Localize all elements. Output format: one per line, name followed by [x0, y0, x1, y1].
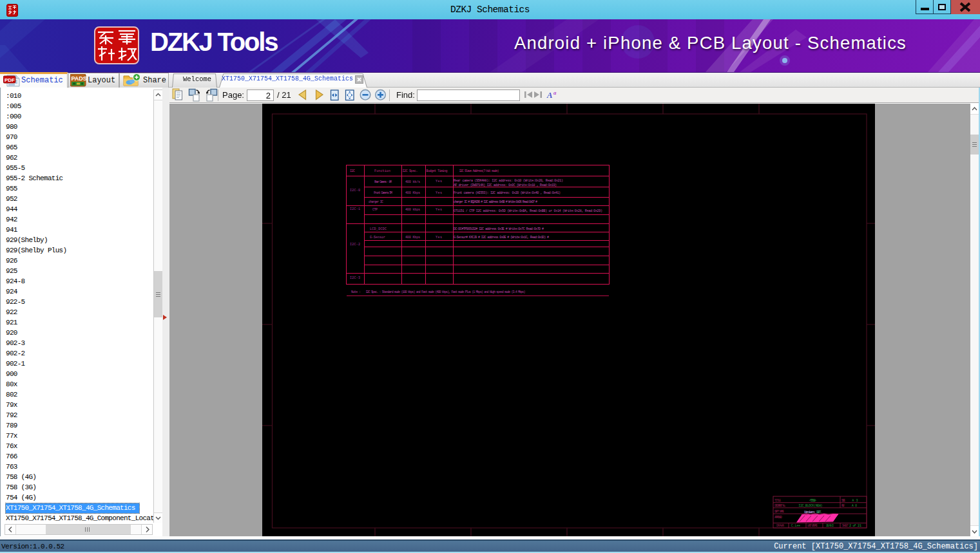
svg-text:DRAWN: DRAWN: [776, 524, 784, 527]
svg-text:SHEET: SHEET: [842, 524, 849, 527]
svg-text:<TITLE>: <TITLE>: [809, 499, 816, 502]
svg-text:I2C_BLOCK(NEW): I2C_BLOCK(NEW): [799, 504, 823, 507]
svg-text:PDF: PDF: [5, 77, 15, 83]
svg-text:G-Sensor: G-Sensor: [370, 236, 385, 239]
svg-text:Yes: Yes: [436, 191, 442, 195]
svg-text:C.Lee: C.Lee: [791, 524, 800, 527]
svg-text:A: A: [546, 90, 553, 100]
svg-text:APPROVED: APPROVED: [774, 516, 782, 519]
svg-text:G-Sensor# KXCJ9 # I2C address: G-Sensor# KXCJ9 # I2C address 0x0E # (Wr…: [454, 236, 549, 239]
svg-text:DEPT.: DEPT.: [816, 510, 822, 514]
svg-text:LCD_DCDC: LCD_DCDC: [370, 227, 387, 231]
svg-text:Function: Function: [374, 169, 390, 173]
svg-text:CTP: CTP: [372, 208, 378, 212]
svg-text:DEPT NAME: DEPT NAME: [774, 510, 784, 513]
svg-text:Rear camera (S5K4H8): I2C addr: Rear camera (S5K4H8): I2C address: 0x10 …: [454, 179, 563, 183]
svg-text:charger IC: charger IC: [369, 200, 383, 204]
svg-text:of: of: [853, 524, 856, 527]
svg-text:A3: A3: [852, 499, 858, 502]
svg-text:Yes: Yes: [436, 208, 442, 212]
svg-text:Hardware: Hardware: [804, 510, 815, 514]
svg-text:SIZE: SIZE: [841, 499, 845, 502]
svg-text:16/8/2: 16/8/2: [826, 524, 834, 527]
svg-text:I2C-2: I2C-2: [350, 243, 360, 247]
svg-text:Note :: Note :: [351, 290, 361, 294]
svg-text:I2C-3: I2C-3: [350, 276, 360, 280]
svg-text:A0: A0: [852, 504, 857, 507]
svg-text:I2C-0: I2C-0: [350, 189, 360, 192]
svg-text:400 Kbps: 400 Kbps: [405, 236, 420, 239]
svg-text:GT1151 / CTP I2C address: 0x5D: GT1151 / CTP I2C address: 0x5D (Write:0x…: [454, 209, 602, 213]
svg-text:I2C Slave Address(7-bit mode): I2C Slave Address(7-bit mode): [459, 169, 499, 173]
svg-text:DOCUMENT No.: DOCUMENT No.: [774, 504, 786, 507]
svg-text:Yes: Yes: [436, 236, 442, 239]
svg-text:Front Camera 5M: Front Camera 5M: [374, 191, 392, 195]
svg-text:PADS: PADS: [72, 75, 87, 82]
svg-text:DC-DC#TPS65132# I2C address 0x: DC-DC#TPS65132# I2C address 0x3E # Write…: [454, 227, 544, 231]
svg-text:Yes: Yes: [436, 180, 442, 183]
svg-text:REV: REV: [841, 504, 845, 507]
svg-text:I2C Spec. : Standard mode (100: I2C Spec. : Standard mode (100 kbps) and…: [366, 290, 526, 294]
svg-text:21: 21: [858, 524, 861, 528]
svg-text:2: 2: [849, 524, 851, 528]
svg-text:I2C-1: I2C-1: [350, 207, 360, 211]
svg-text:LAST UPDATE: LAST UPDATE: [807, 524, 818, 527]
svg-text:400 Kbps: 400 Kbps: [405, 191, 420, 195]
svg-text:I2C Spec.: I2C Spec.: [403, 169, 418, 173]
svg-text:Rear Camera - 8M: Rear Camera - 8M: [374, 180, 392, 184]
svg-text:400 kbps: 400 kbps: [405, 208, 420, 212]
svg-text:AF driver (DW9714A) I2C addres: AF driver (DW9714A) I2C address: 0x0C (W…: [454, 183, 557, 187]
svg-text:TITLE: TITLE: [774, 499, 781, 502]
svg-text:Front camera (HI553): I2C addr: Front camera (HI553): I2C address: 0x20 …: [454, 191, 561, 195]
svg-text:a: a: [553, 89, 557, 96]
svg-text:charger IC # BQ24296 # I2C add: charger IC # BQ24296 # I2C address 0x6B …: [454, 200, 537, 204]
svg-text:400 kb/s: 400 kb/s: [405, 180, 420, 184]
svg-text:Budget Timing: Budget Timing: [427, 169, 448, 173]
svg-text:I2C: I2C: [350, 169, 355, 173]
